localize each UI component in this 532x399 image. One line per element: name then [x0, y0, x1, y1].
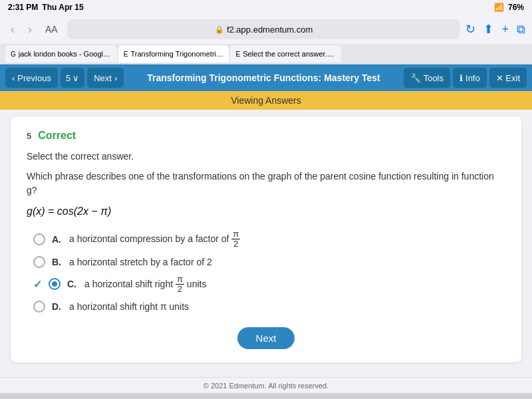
option-c-radio[interactable]	[49, 278, 61, 290]
exit-label: Exit	[505, 73, 520, 83]
tab-favicon-edmentum2: E	[235, 51, 240, 58]
info-icon: ℹ	[460, 73, 463, 83]
option-b[interactable]: B. a horizontal stretch by a factor of 2	[33, 256, 505, 268]
question-header: 5 Correct	[27, 130, 505, 142]
option-c-text: a horizontal shift right π 2 units	[84, 275, 206, 295]
exit-button[interactable]: ✕ Exit	[489, 68, 527, 88]
info-label: Info	[466, 73, 480, 83]
next-button-wrap: Next	[27, 327, 505, 349]
option-d-text: a horizontal shift right π units	[69, 301, 189, 312]
viewing-answers-text: Viewing Answers	[231, 95, 301, 106]
wifi-icon: 📶	[494, 3, 504, 12]
tab-edmentum-question[interactable]: E Select the correct answer. Which phras…	[230, 45, 341, 63]
formula-display: g(x) = cos(2x − π)	[27, 205, 505, 217]
chevron-down-icon: ∨	[72, 73, 79, 83]
option-a-text: a horizontal compression by a factor of …	[69, 229, 240, 249]
option-b-letter: B.	[52, 257, 63, 267]
option-c[interactable]: ✓ C. a horizontal shift right π 2 units	[33, 275, 505, 295]
browser-chrome: ‹ › AA 🔒 f2.app.edmentum.com ↻ ⬆ + ⧉ G j…	[0, 15, 532, 65]
reader-mode-button[interactable]: AA	[41, 23, 62, 36]
tab-google[interactable]: G jack london books - Google Search	[5, 45, 117, 63]
previous-button[interactable]: ‹ Previous	[5, 68, 58, 88]
footer: © 2021 Edmentum. All rights reserved.	[0, 377, 532, 393]
question-number-display: 5	[66, 73, 70, 83]
option-d-radio[interactable]	[33, 301, 45, 313]
toolbar-right: 🔧 Tools ℹ Info ✕ Exit	[404, 68, 527, 88]
viewing-answers-banner: Viewing Answers	[0, 91, 532, 110]
tab-label-google: jack london books - Google Search	[19, 50, 112, 58]
question-card: 5 Correct Select the correct answer. Whi…	[11, 116, 521, 362]
option-a-radio[interactable]	[33, 233, 45, 245]
browser-tabs: G jack london books - Google Search E Tr…	[0, 44, 532, 64]
tools-button[interactable]: 🔧 Tools	[404, 68, 450, 88]
address-bar[interactable]: 🔒 f2.app.edmentum.com	[67, 19, 461, 39]
next-main-button[interactable]: Next	[237, 327, 295, 349]
checkmark-icon: ✓	[33, 278, 42, 291]
option-c-letter: C.	[67, 279, 78, 289]
footer-text: © 2021 Edmentum. All rights reserved.	[203, 382, 329, 390]
option-b-text: a horizontal stretch by a factor of 2	[69, 257, 212, 267]
exit-icon: ✕	[496, 73, 503, 83]
option-a-letter: A.	[52, 234, 63, 245]
time-display: 2:31 PM	[8, 3, 38, 12]
next-button-toolbar[interactable]: Next ›	[87, 68, 124, 88]
next-arrow-icon: ›	[114, 73, 117, 83]
fullscreen-button[interactable]: ⧉	[517, 23, 525, 37]
tab-label-edmentum2: Select the correct answer. Which phrase …	[243, 50, 336, 58]
option-d-letter: D.	[52, 301, 63, 312]
correct-badge: Correct	[38, 130, 76, 142]
new-tab-button[interactable]: +	[501, 23, 509, 37]
info-button[interactable]: ℹ Info	[453, 68, 487, 88]
question-instruction: Select the correct answer.	[27, 151, 505, 162]
tools-icon: 🔧	[410, 73, 421, 83]
previous-label: Previous	[17, 73, 51, 83]
status-bar: 2:31 PM Thu Apr 15 📶 76%	[0, 0, 532, 15]
question-text: Which phrase describes one of the transf…	[27, 170, 505, 198]
tab-edmentum-mastery[interactable]: E Transforming Trigonometric Functions: …	[118, 45, 229, 63]
fraction-pi-over-2-a: π 2	[231, 229, 240, 249]
battery-display: 76%	[508, 3, 524, 12]
lock-icon: 🔒	[215, 25, 224, 34]
next-label-toolbar: Next	[94, 73, 112, 83]
back-button[interactable]: ‹	[7, 21, 19, 38]
previous-arrow-icon: ‹	[12, 73, 15, 83]
option-a[interactable]: A. a horizontal compression by a factor …	[33, 229, 505, 249]
next-main-label: Next	[256, 332, 277, 344]
tab-favicon-google: G	[11, 51, 16, 58]
browser-toolbar: ‹ › AA 🔒 f2.app.edmentum.com ↻ ⬆ + ⧉	[0, 15, 532, 44]
app-toolbar: ‹ Previous 5 ∨ Next › Transforming Trigo…	[0, 65, 532, 91]
url-display: f2.app.edmentum.com	[227, 25, 313, 35]
question-number: 5	[27, 131, 31, 141]
fraction-pi-over-2-c: π 2	[176, 275, 184, 295]
date-display: Thu Apr 15	[42, 3, 83, 12]
option-d[interactable]: D. a horizontal shift right π units	[33, 301, 505, 313]
main-content: 5 Correct Select the correct answer. Whi…	[0, 110, 532, 377]
option-b-radio[interactable]	[33, 256, 45, 268]
app-title: Transforming Trigonometric Functions: Ma…	[126, 72, 400, 83]
tools-label: Tools	[424, 73, 444, 83]
tab-favicon-edmentum: E	[124, 51, 128, 58]
tab-label-edmentum: Transforming Trigonometric Functions: Ma…	[130, 50, 223, 58]
reload-button[interactable]: ↻	[466, 22, 475, 37]
answer-options: A. a horizontal compression by a factor …	[33, 229, 505, 313]
browser-actions: ↻ ⬆ + ⧉	[466, 22, 525, 37]
question-selector[interactable]: 5 ∨	[61, 68, 84, 88]
forward-button[interactable]: ›	[24, 21, 36, 38]
share-button[interactable]: ⬆	[483, 22, 493, 37]
